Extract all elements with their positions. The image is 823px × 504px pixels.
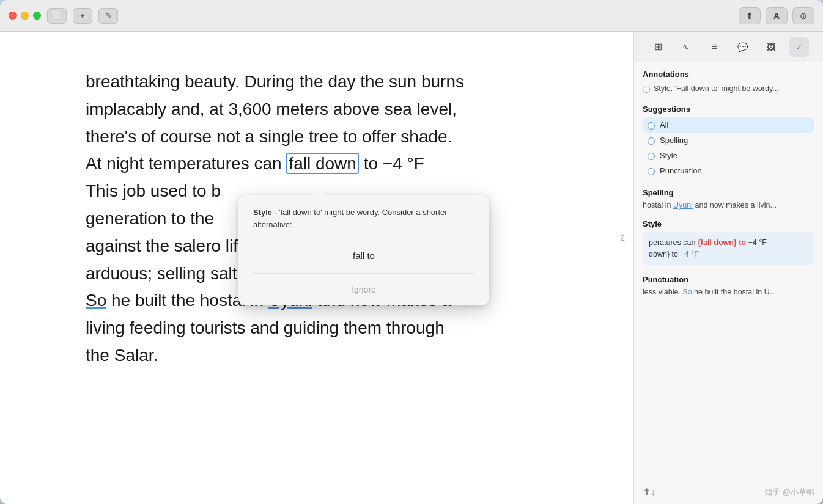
suggestions-title: Suggestions xyxy=(643,104,814,114)
punctuation-text: less viable. So he built the hostal in U… xyxy=(643,288,814,296)
suggestion-punctuation-radio xyxy=(648,168,655,175)
list-icon: ≡ xyxy=(711,41,717,53)
suggestion-punctuation[interactable]: Punctuation xyxy=(643,163,814,178)
spelling-section: Spelling hostal in Uyuni and now makes a… xyxy=(643,188,814,210)
text-line-10: living feeding tourists and guiding them… xyxy=(86,315,578,342)
popup-title-bold: Style xyxy=(253,208,272,217)
line-number: 2 xyxy=(621,233,625,243)
punctuation-post: he built the hostal in U... xyxy=(692,288,777,296)
sidebar-list-button[interactable]: ≡ xyxy=(704,37,724,57)
sidebar-image-button[interactable]: 🖼 xyxy=(761,37,781,57)
punctuation-section: Punctuation less viable. So he built the… xyxy=(643,275,814,296)
grammar-check-icon: ⊕ xyxy=(800,11,807,21)
style-section: Style peratures can {fall down} to −4 °F… xyxy=(643,219,814,265)
comment-icon: 💬 xyxy=(737,42,748,52)
suggestion-all[interactable]: All xyxy=(643,117,814,133)
punctuation-title: Punctuation xyxy=(643,275,814,284)
suggestions-section: Suggestions All Spelling Style xyxy=(643,104,814,178)
annotations-section: Annotations Style. 'Fall down to' might … xyxy=(643,70,814,95)
text-line-2: implacably and, at 3,600 meters above se… xyxy=(86,96,578,123)
suggestion-popup: Style · 'fall down to' might be wordy. C… xyxy=(238,195,489,305)
spelling-text: hostal in Uyuni and now makes a livin... xyxy=(643,201,814,210)
suggestion-all-radio xyxy=(648,122,655,130)
popup-title-text: · 'fall down to' might be wordy. Conside… xyxy=(253,208,448,229)
popup-suggestion-item[interactable]: fall to xyxy=(253,246,474,266)
sidebar-comment-button[interactable]: 💬 xyxy=(733,37,753,57)
text-line-3: there's of course not a single tree to o… xyxy=(86,123,578,151)
punctuation-pre: less viable. xyxy=(643,288,682,296)
popup-title: Style · 'fall down to' might be wordy. C… xyxy=(253,206,474,230)
style-line-2: down} to −4 °F xyxy=(649,249,808,260)
annotations-title: Annotations xyxy=(643,70,814,79)
sidebar-apps-button[interactable]: ⊞ xyxy=(648,37,668,57)
sidebar-toggle-button[interactable]: ⬜ xyxy=(47,8,67,24)
titlebar: ⬜ ▼ ✎ ⬆ A ⊕ xyxy=(0,0,823,32)
spelling-title: Spelling xyxy=(643,188,814,197)
text-line-11: the Salar. xyxy=(86,342,578,370)
punctuation-link[interactable]: So xyxy=(682,288,692,296)
style-line2-blue: −4 °F xyxy=(680,250,698,258)
text-line-4: At night temperatures can fall down to −… xyxy=(86,150,578,178)
apps-icon: ⊞ xyxy=(654,41,662,53)
traffic-lights xyxy=(9,12,41,20)
popup-ignore-button[interactable]: Ignore xyxy=(253,281,474,298)
style-box: peratures can {fall down} to −4 °F down}… xyxy=(643,232,814,265)
sidebar-bottom: ⬆↓ 知乎 @小草帽 xyxy=(634,480,823,504)
popup-divider xyxy=(253,238,474,238)
suggestion-spelling[interactable]: Spelling xyxy=(643,133,814,148)
suggestion-punctuation-label: Punctuation xyxy=(660,166,702,175)
style-line1-pre: peratures can xyxy=(649,238,698,247)
sidebar-content: Annotations Style. 'Fall down to' might … xyxy=(634,62,823,480)
text-line-4-pre: At night temperatures can xyxy=(86,154,286,173)
suggestion-spelling-label: Spelling xyxy=(660,136,688,145)
main-content: breathtaking beauty. During the day the … xyxy=(0,32,823,504)
editor-area[interactable]: breathtaking beauty. During the day the … xyxy=(0,32,633,504)
style-line1-post: −4 °F xyxy=(746,238,767,247)
edit-button[interactable]: ✎ xyxy=(98,8,118,24)
suggestion-style-radio xyxy=(648,153,655,160)
sidebar-check-button[interactable]: ✓ xyxy=(789,37,809,57)
spelling-pre: hostal in xyxy=(643,201,673,210)
highlighted-fall-down[interactable]: fall down xyxy=(286,153,359,174)
edit-icon: ✎ xyxy=(105,11,112,20)
style-line2-pre: down} to xyxy=(649,250,680,258)
chart-icon: ∿ xyxy=(682,42,690,52)
sidebar-icon: ⬜ xyxy=(52,11,62,20)
annotation-text: Style. 'Fall down to' might be wordy... xyxy=(654,84,779,93)
share-button[interactable]: ⬆ xyxy=(739,7,761,24)
suggestion-spelling-radio xyxy=(648,137,655,145)
check-icon: ✓ xyxy=(795,42,803,52)
sidebar: ⊞ ∿ ≡ 💬 🖼 ✓ xyxy=(633,32,823,504)
image-icon: 🖼 xyxy=(767,42,775,52)
suggestion-style[interactable]: Style xyxy=(643,148,814,163)
suggestion-all-label: All xyxy=(660,120,668,130)
titlebar-right-buttons: ⬆ A ⊕ xyxy=(739,7,814,24)
sort-icon[interactable]: ⬆↓ xyxy=(643,486,655,498)
watermark-text: 知乎 @小草帽 xyxy=(662,487,814,498)
annotation-radio xyxy=(643,86,650,93)
popup-divider-2 xyxy=(253,273,474,274)
share-icon: ⬆ xyxy=(746,11,753,21)
text-line-4-post: to −4 °F xyxy=(359,154,424,173)
so-link[interactable]: So xyxy=(86,291,106,310)
suggestion-style-label: Style xyxy=(660,151,677,160)
maximize-button[interactable] xyxy=(33,12,41,20)
style-title: Style xyxy=(643,219,814,228)
app-window: ⬜ ▼ ✎ ⬆ A ⊕ breathtaking beauty. During … xyxy=(0,0,823,504)
sidebar-chart-button[interactable]: ∿ xyxy=(676,37,696,57)
chevron-down-icon: ▼ xyxy=(79,12,86,20)
text-line-5-pre: This job used to b xyxy=(86,181,221,200)
text-line-1: breathtaking beauty. During the day the … xyxy=(86,68,578,96)
annotation-item: Style. 'Fall down to' might be wordy... xyxy=(643,82,814,95)
spelling-post: and now makes a livin... xyxy=(693,201,777,210)
minimize-button[interactable] xyxy=(21,12,29,20)
style-line-1: peratures can {fall down} to −4 °F xyxy=(649,237,808,249)
popup-arrow xyxy=(312,188,327,195)
style-line1-highlight: {fall down} to xyxy=(698,238,746,247)
grammar-check-button[interactable]: ⊕ xyxy=(792,7,814,24)
chevron-down-button[interactable]: ▼ xyxy=(73,8,92,24)
font-button[interactable]: A xyxy=(766,7,788,24)
font-icon: A xyxy=(773,11,780,21)
spelling-link[interactable]: Uyuni xyxy=(673,201,693,210)
close-button[interactable] xyxy=(9,12,17,20)
